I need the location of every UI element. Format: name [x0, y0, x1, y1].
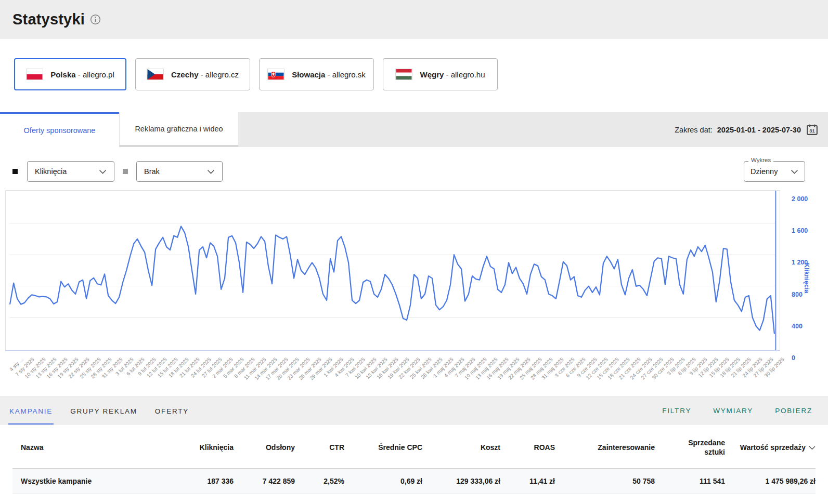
secondary-metric-select[interactable]: Brak	[136, 161, 223, 182]
cell-wartosc-sprzedazy: 1 475 989,26 zł	[725, 469, 816, 494]
marketplace-name: Słowacja	[292, 70, 325, 79]
cell-koszt: 129 333,06 zł	[422, 469, 500, 494]
column-header-wartosc-sprzedazy[interactable]: Wartość sprzedaży	[725, 425, 816, 469]
cell-nazwa: Wszystkie kampanie	[12, 469, 179, 494]
sort-chevron-icon	[809, 446, 816, 450]
dimensions-button[interactable]: WYMIARY	[713, 407, 753, 415]
slovakia-flag-icon	[267, 69, 284, 80]
tab-reklama-graficzna-i-wideo[interactable]: Reklama graficzna i wideo	[119, 112, 238, 147]
cell-ctr: 2,52%	[295, 469, 344, 494]
marketplace-button-wegry[interactable]: Węgry - allegro.hu	[383, 58, 498, 90]
y-tick-label: 800	[792, 291, 803, 298]
y-axis-title: Kliknięcia	[803, 263, 810, 293]
marketplace-name: Polska	[50, 70, 75, 79]
column-header-ctr[interactable]: CTR	[295, 425, 344, 469]
column-header-sprzedane-sztuki[interactable]: Sprzedane sztuki	[655, 425, 725, 469]
info-icon[interactable]	[90, 14, 101, 25]
column-header-srednie-cpc[interactable]: Średnie CPC	[344, 425, 422, 469]
chart-granularity-select[interactable]: Wykres Dzienny	[744, 161, 805, 182]
marketplace-selector: Polska - allegro.pl Czechy - allegro.cz …	[0, 39, 828, 112]
chart-controls: Kliknięcia Brak Wykres Dzienny	[0, 147, 828, 182]
date-range-value: 2025-01-01 - 2025-07-30	[717, 126, 801, 134]
marketplace-domain: - allegro.sk	[325, 70, 366, 79]
report-tabbar: KAMPANIE GRUPY REKLAM OFERTY FILTRY WYMI…	[0, 396, 828, 425]
marketplace-domain: - allegro.pl	[76, 70, 114, 79]
column-header-zainteresowanie[interactable]: Zainteresowanie	[555, 425, 655, 469]
column-header-koszt[interactable]: Koszt	[422, 425, 500, 469]
x-axis-labels: 4 sty ...7 sty 202510 sty 202513 sty 202…	[5, 351, 828, 389]
y-tick-label: 400	[792, 323, 803, 330]
marketplace-button-slowacja[interactable]: Słowacja - allegro.sk	[259, 58, 374, 90]
cell-zainteresowanie: 50 758	[555, 469, 655, 494]
marketplace-name: Węgry	[420, 70, 444, 79]
date-range-picker[interactable]: Zakres dat: 2025-01-01 - 2025-07-30 31	[675, 112, 828, 147]
chart-line	[10, 227, 774, 334]
marketplace-button-polska[interactable]: Polska - allegro.pl	[14, 58, 126, 90]
tab-grupy-reklam[interactable]: GRUPY REKLAM	[69, 397, 138, 425]
calendar-icon[interactable]: 31	[806, 123, 819, 136]
chevron-down-icon	[99, 169, 107, 174]
chart-granularity-label: Wykres	[748, 157, 773, 163]
marketplace-name: Czechy	[171, 70, 199, 79]
column-header-odslony[interactable]: Odsłony	[234, 425, 295, 469]
column-header-klikniecia[interactable]: Kliknięcia	[179, 425, 234, 469]
cell-roas: 11,41 zł	[500, 469, 555, 494]
line-chart: 04008001 2001 6002 000 Kliknięcia	[5, 190, 828, 351]
chevron-down-icon	[791, 169, 798, 174]
cell-srednie-cpc: 0,69 zł	[344, 469, 422, 494]
chevron-down-icon	[207, 169, 215, 174]
table-header-row: Nazwa Kliknięcia Odsłony CTR Średnie CPC…	[12, 425, 816, 469]
marketplace-domain: - allegro.cz	[199, 70, 239, 79]
date-range-label: Zakres dat:	[675, 126, 713, 134]
y-tick-label: 2 000	[792, 195, 808, 203]
primary-series-marker	[12, 169, 18, 174]
main-tabbar: Oferty sponsorowane Reklama graficzna i …	[0, 112, 828, 147]
svg-text:31: 31	[809, 128, 814, 134]
campaigns-table: Nazwa Kliknięcia Odsłony CTR Średnie CPC…	[12, 425, 816, 494]
marketplace-button-czechy[interactable]: Czechy - allegro.cz	[135, 58, 250, 90]
tab-oferty[interactable]: OFERTY	[154, 397, 190, 425]
cell-klikniecia: 187 336	[179, 469, 234, 494]
marketplace-domain: - allegro.hu	[444, 70, 485, 79]
download-button[interactable]: POBIERZ	[775, 407, 812, 415]
cell-odslony: 7 422 859	[234, 469, 295, 494]
tab-kampanie[interactable]: KAMPANIE	[8, 397, 54, 425]
column-header-nazwa[interactable]: Nazwa	[12, 425, 179, 469]
hungary-flag-icon	[395, 69, 412, 80]
y-tick-label: 1 600	[792, 227, 808, 234]
table-row-wszystkie-kampanie: Wszystkie kampanie 187 336 7 422 859 2,5…	[12, 469, 816, 494]
tab-oferty-sponsorowane[interactable]: Oferty sponsorowane	[0, 112, 119, 147]
cell-sprzedane-sztuki: 111 541	[655, 469, 725, 494]
page-header: Statystyki	[0, 0, 828, 39]
poland-flag-icon	[26, 69, 43, 80]
column-header-roas[interactable]: ROAS	[500, 425, 555, 469]
primary-metric-select[interactable]: Kliknięcia	[27, 161, 114, 182]
chart-plot-area	[5, 190, 780, 351]
czechia-flag-icon	[147, 69, 164, 80]
filters-button[interactable]: FILTRY	[662, 407, 691, 415]
secondary-series-marker	[123, 169, 128, 174]
page-title: Statystyki	[12, 11, 85, 28]
